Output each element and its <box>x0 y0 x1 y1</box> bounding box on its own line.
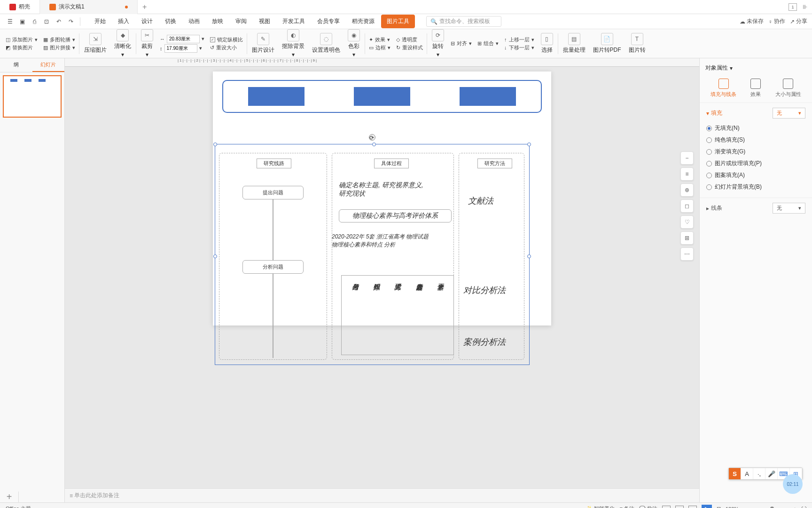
more-button[interactable]: ⋯ <box>680 247 694 261</box>
image-design-button[interactable]: ✎图片设计 <box>248 29 278 58</box>
menu-icon[interactable]: ☰ <box>5 16 15 27</box>
lock-ratio-checkbox[interactable]: ✓ 锁定纵横比 <box>210 36 243 43</box>
radio-picture-fill[interactable]: 图片或纹理填充(P) <box>706 158 805 169</box>
view-reading-button[interactable] <box>688 506 697 508</box>
select-button[interactable]: ▯选择 <box>537 29 557 58</box>
preview-icon[interactable]: ⊡ <box>41 16 52 27</box>
idea-button[interactable]: ♡ <box>680 215 694 229</box>
to-pdf-button[interactable]: 📄图片转PDF <box>589 29 625 58</box>
add-slide-button[interactable]: + <box>0 492 19 502</box>
unsaved-button[interactable]: ☁ 未保存 <box>740 17 764 25</box>
header-rect-1[interactable] <box>248 87 304 106</box>
menu-animation[interactable]: 动画 <box>183 15 205 28</box>
fit-button[interactable]: ⛶ <box>801 506 806 508</box>
menu-start[interactable]: 开始 <box>89 15 111 28</box>
view-sorter-button[interactable] <box>675 506 684 508</box>
layers-button[interactable]: ≡ <box>680 167 694 181</box>
header-rect-3[interactable] <box>460 87 516 106</box>
header-group[interactable] <box>222 80 542 113</box>
panel-tab-fill[interactable]: 填充与线条 <box>710 79 736 98</box>
menu-picture-tools[interactable]: 图片工具 <box>381 15 415 28</box>
selected-image[interactable]: ⟳ 研究线路 具体过程 研究方法 提出问题 <box>215 144 530 365</box>
resize-handle-e[interactable] <box>527 254 531 258</box>
window-restore-icon[interactable]: 1 <box>789 3 797 11</box>
beautify-button[interactable]: ✨ 智能美化 <box>586 505 615 508</box>
opacity-button[interactable]: ◇ 透明度 <box>396 36 423 43</box>
new-tab-button[interactable]: + <box>138 3 152 11</box>
send-back-button[interactable]: ↓ 下移一层 ▾ <box>504 44 534 51</box>
add-image-button[interactable]: ◫ 添加图片 ▾ <box>6 36 38 43</box>
rotate-button[interactable]: ⟳旋转▾ <box>428 29 448 58</box>
panel-title[interactable]: 对象属性 ▾ <box>700 62 812 74</box>
fill-section-header[interactable]: ▾ 填充 无 ▾ <box>706 108 805 119</box>
radio-solid-fill[interactable]: 纯色填充(S) <box>706 134 805 146</box>
batch-button[interactable]: ▤批量处理 <box>559 29 589 58</box>
resize-handle-nw[interactable] <box>213 143 217 146</box>
canvas[interactable]: ⟳ 研究线路 具体过程 研究方法 提出问题 <box>65 67 699 488</box>
ime-mode-icon[interactable]: S <box>729 468 741 479</box>
share-button[interactable]: ↗ 分享 <box>790 17 807 25</box>
timer-badge[interactable]: 02:11 <box>783 474 803 494</box>
resize-handle-ne[interactable] <box>527 143 531 146</box>
ime-voice-icon[interactable]: 🎤 <box>765 468 778 479</box>
ime-punct-icon[interactable]: ·, <box>753 468 765 479</box>
bring-forward-button[interactable]: ↑ 上移一层 ▾ <box>504 36 534 43</box>
undo-icon[interactable]: ↶ <box>54 16 64 27</box>
line-section-header[interactable]: ▸ 线条 无 ▾ <box>706 203 805 214</box>
radio-no-fill[interactable]: 无填充(N) <box>706 122 805 134</box>
width-input[interactable]: ↔ ▾ <box>160 35 204 43</box>
reset-style-button[interactable]: ↻ 重设样式 <box>396 44 423 51</box>
menu-view[interactable]: 视图 <box>253 15 276 28</box>
slideshow-button[interactable]: ▶ <box>702 505 712 508</box>
menu-resources[interactable]: 稻壳资源 <box>346 15 380 28</box>
remove-bg-button[interactable]: ◐抠除背景▾ <box>278 29 308 58</box>
replace-image-button[interactable]: ◩ 替换图片 <box>6 44 38 51</box>
zoom-in-icon[interactable]: + <box>794 506 796 508</box>
zoom-out-button[interactable]: − <box>680 151 694 165</box>
radio-pattern-fill[interactable]: 图案填充(A) <box>706 169 805 181</box>
radio-slidebg-fill[interactable]: 幻灯片背景填充(B) <box>706 181 805 193</box>
merge-button[interactable]: ▨ 图片拼接 ▾ <box>43 44 75 51</box>
fill-type-select[interactable]: 无 ▾ <box>773 108 805 119</box>
zoom-out-icon[interactable]: − <box>743 506 746 508</box>
to-text-button[interactable]: T图片转 <box>625 29 649 58</box>
tab-docer[interactable]: 稻壳 <box>0 0 40 14</box>
zoom-in-button[interactable]: ⊕ <box>680 183 694 197</box>
slide-thumbnail-1[interactable] <box>3 75 62 118</box>
height-input[interactable]: ↕ ▾ <box>160 44 204 53</box>
header-rect-2[interactable] <box>354 87 410 106</box>
sharpen-button[interactable]: ◆清晰化▾ <box>110 29 135 58</box>
comments-toggle[interactable]: 💬 批注 <box>639 505 657 508</box>
reset-size-button[interactable]: ↺ 重设大小 <box>210 44 243 51</box>
resize-handle-n[interactable] <box>372 143 376 146</box>
group-button[interactable]: ⊞ 组合 ▾ <box>477 40 499 47</box>
panel-tab-effect[interactable]: 效果 <box>750 79 761 98</box>
menu-design[interactable]: 设计 <box>136 15 158 28</box>
notes-bar[interactable]: ≡ 单击此处添加备注 <box>65 488 699 502</box>
menu-review[interactable]: 审阅 <box>230 15 252 28</box>
window-menu-icon[interactable]: ⊪ <box>803 4 807 10</box>
transparent-button[interactable]: ◌设置透明色 <box>308 29 344 58</box>
crop-tool-button[interactable]: ◻ <box>680 199 694 213</box>
notes-toggle[interactable]: ≡ 备注 <box>619 505 634 508</box>
print-icon[interactable]: ⎙ <box>29 16 39 27</box>
tab-slides[interactable]: 幻灯片 <box>32 58 65 72</box>
compress-button[interactable]: ⇲压缩图片 <box>80 29 110 58</box>
menu-transition[interactable]: 切换 <box>159 15 182 28</box>
save-icon[interactable]: ▣ <box>17 16 27 27</box>
rotate-handle-icon[interactable]: ⟳ <box>369 134 375 141</box>
resize-handle-w[interactable] <box>213 254 217 258</box>
crop-button[interactable]: ✂裁剪▾ <box>137 29 157 58</box>
grid-button[interactable]: ⊞ <box>680 231 694 245</box>
zoom-level[interactable]: 100% <box>726 506 739 508</box>
line-type-select[interactable]: 无 ▾ <box>773 203 805 214</box>
menu-insert[interactable]: 插入 <box>112 15 135 28</box>
effect-button[interactable]: ✦ 效果 ▾ <box>369 36 390 43</box>
menu-slideshow[interactable]: 放映 <box>206 15 229 28</box>
collab-button[interactable]: ♀ 协作 <box>768 17 785 25</box>
align-button[interactable]: ⊟ 对齐 ▾ <box>451 40 472 47</box>
slide[interactable]: ⟳ 研究线路 具体过程 研究方法 提出问题 <box>213 71 551 325</box>
menu-devtools[interactable]: 开发工具 <box>277 15 311 28</box>
panel-tab-size[interactable]: 大小与属性 <box>775 79 801 98</box>
view-normal-button[interactable] <box>662 506 671 508</box>
